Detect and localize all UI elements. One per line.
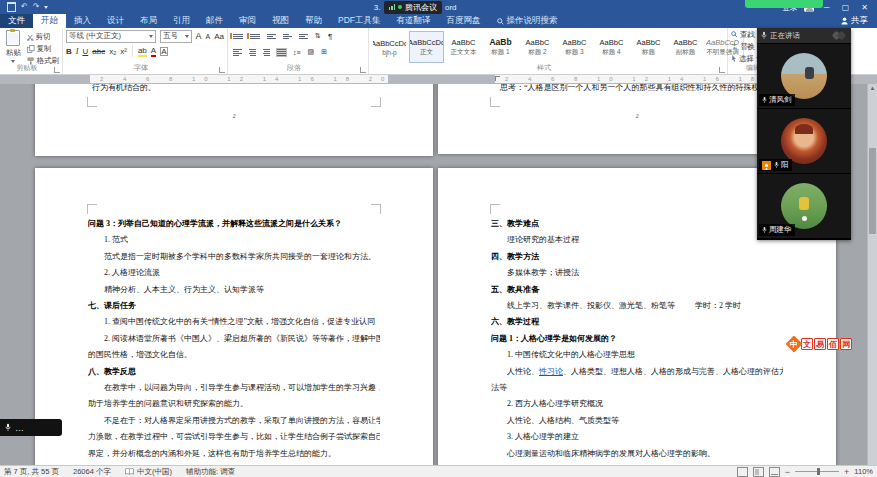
zoom-out-button[interactable]: −: [785, 467, 790, 477]
multilevel-list-icon[interactable]: [267, 34, 276, 39]
vertical-scrollbar[interactable]: ▲: [867, 84, 877, 466]
italic-button[interactable]: I: [76, 47, 79, 56]
character-border-button[interactable]: A: [160, 47, 167, 56]
page-left-previous[interactable]: 行为有机结合的。 2: [35, 84, 433, 156]
style-item[interactable]: AaBbC 标题 2: [520, 31, 555, 63]
bullets-icon[interactable]: [233, 34, 243, 39]
subscript-button[interactable]: x₂: [109, 47, 116, 56]
web-layout-icon[interactable]: [769, 467, 780, 477]
change-case-button[interactable]: Aa: [214, 32, 224, 41]
highlight-color-button[interactable]: ab: [138, 46, 147, 57]
shrink-font-button[interactable]: A: [206, 33, 211, 40]
proofing-icon[interactable]: [125, 468, 134, 475]
paragraph-dialog-launcher[interactable]: [360, 67, 366, 73]
meeting-panel-header[interactable]: 正在讲话: [757, 28, 851, 43]
style-item[interactable]: AaBbC 正文文本: [446, 31, 481, 63]
tencent-meeting-panel[interactable]: 正在讲话 清风剑 阳: [757, 28, 851, 240]
strikethrough-button[interactable]: abc: [92, 47, 105, 56]
paste-button[interactable]: 粘贴: [3, 30, 24, 63]
decrease-indent-icon[interactable]: [283, 34, 292, 39]
document-canvas[interactable]: 行为有机结合的。 2 思考：“人格是区别一个人和另一个人的那些具有组织性和持久性…: [0, 84, 877, 466]
borders-icon[interactable]: ⊞: [321, 48, 327, 56]
line-spacing-icon[interactable]: ↕≡: [293, 49, 301, 56]
tencent-meeting-widget[interactable]: 腾讯会议: [384, 1, 443, 14]
clipboard-dialog-launcher[interactable]: [54, 67, 60, 73]
numbering-icon[interactable]: [250, 34, 260, 39]
style-item[interactable]: AaBbC 标题 4: [594, 31, 629, 63]
language-indicator[interactable]: 中文(中国): [137, 467, 172, 477]
status-bar-right: − + 110%: [737, 467, 873, 477]
read-mode-icon[interactable]: [737, 467, 748, 477]
page-indicator[interactable]: 第 7 页, 共 55 页: [4, 467, 59, 477]
zoom-slider-thumb[interactable]: [817, 468, 820, 475]
word-count[interactable]: 26064 个字: [73, 467, 111, 477]
tab-help[interactable]: 帮助: [297, 14, 330, 28]
floating-caption-overlay[interactable]: …: [0, 419, 62, 436]
maximize-button[interactable]: ▢: [839, 3, 852, 12]
page-left-main[interactable]: 问题 3：列举自己知道的心理学流派，并解释这些流派之间是什么关系？ 1. 范式 …: [35, 168, 433, 466]
tab-file[interactable]: 文件: [0, 14, 33, 28]
scroll-up-icon[interactable]: ▲: [868, 84, 877, 92]
share-button[interactable]: 共享: [832, 14, 877, 28]
shading-icon[interactable]: ▨: [308, 48, 315, 56]
tab-pdf-tools[interactable]: PDF工具集: [330, 14, 389, 28]
tab-mailings[interactable]: 邮件: [198, 14, 231, 28]
print-layout-icon[interactable]: [753, 467, 764, 477]
doc-line: 线上学习、教学课件、投影仪、激光笔、粉笔等 学时：2 学时: [491, 298, 783, 314]
style-item[interactable]: AaBbCcDd bjh-p: [372, 31, 407, 63]
underline-button[interactable]: U: [82, 47, 88, 56]
zoom-in-button[interactable]: +: [844, 467, 849, 477]
save-icon[interactable]: [7, 2, 16, 12]
font-color-button[interactable]: A: [151, 46, 156, 57]
justify-icon[interactable]: [277, 49, 286, 56]
tab-baidu-netdisk[interactable]: 百度网盘: [439, 14, 489, 28]
doc-link[interactable]: 性习论: [539, 367, 563, 376]
undo-icon[interactable]: ↶: [21, 2, 28, 12]
align-right-icon[interactable]: [263, 49, 270, 56]
margin-mark: [371, 204, 381, 214]
align-left-icon[interactable]: [233, 49, 242, 56]
tab-references[interactable]: 引用: [165, 14, 198, 28]
style-item-selected[interactable]: AaBbCcDd 正文: [409, 31, 444, 63]
participant-avatar: [781, 53, 827, 99]
accessibility-status[interactable]: 辅助功能: 调查: [186, 467, 235, 477]
style-item[interactable]: AaBb 标题 1: [483, 31, 518, 63]
horizontal-ruler[interactable]: 2 4 6 8 10 12 14 16 18 20 22 24 26 28 30…: [0, 74, 877, 84]
align-center-icon[interactable]: [249, 49, 256, 56]
indent-marker[interactable]: [495, 76, 500, 81]
increase-indent-icon[interactable]: [299, 34, 308, 39]
redo-icon[interactable]: ↷: [33, 2, 40, 12]
meeting-green-bar[interactable]: [745, 0, 823, 8]
font-size-combobox[interactable]: 五号: [160, 30, 191, 43]
grow-font-button[interactable]: A: [196, 31, 202, 41]
participant-video-tile[interactable]: 阳: [757, 108, 851, 173]
paragraph-mark-icon[interactable]: ¶: [328, 32, 332, 41]
tab-youdao-translate[interactable]: 有道翻译: [389, 14, 439, 28]
copy-icon: [27, 45, 35, 53]
tab-view[interactable]: 视图: [264, 14, 297, 28]
tab-home[interactable]: 开始: [33, 14, 66, 28]
styles-dialog-launcher[interactable]: [719, 67, 725, 73]
zoom-level[interactable]: 110%: [854, 467, 873, 476]
participant-video-tile[interactable]: 清风剑: [757, 43, 851, 108]
scrollbar-thumb[interactable]: [869, 148, 876, 234]
style-item[interactable]: AaBbC 副标题: [668, 31, 703, 63]
tab-design[interactable]: 设计: [99, 14, 132, 28]
cut-button[interactable]: 剪切: [27, 32, 60, 42]
style-sample: AaBbC: [674, 38, 698, 47]
tell-me-search[interactable]: 操作说明搜索: [489, 14, 566, 28]
participant-video-tile[interactable]: 周建华: [757, 173, 851, 238]
copy-button[interactable]: 复制: [27, 44, 60, 54]
font-dialog-launcher[interactable]: [219, 67, 225, 73]
font-family-combobox[interactable]: 等线 (中文正文): [66, 30, 156, 43]
zoom-slider[interactable]: [795, 471, 839, 472]
tab-layout[interactable]: 布局: [132, 14, 165, 28]
sort-icon[interactable]: ⇅: [315, 32, 321, 40]
tab-review[interactable]: 审阅: [231, 14, 264, 28]
superscript-button[interactable]: x²: [120, 47, 127, 56]
style-item[interactable]: AaBbC 标题 3: [557, 31, 592, 63]
tab-insert[interactable]: 插入: [66, 14, 99, 28]
close-button[interactable]: ✕: [858, 3, 871, 12]
bold-button[interactable]: B: [66, 47, 72, 56]
style-item[interactable]: AaBbC 标题: [631, 31, 666, 63]
